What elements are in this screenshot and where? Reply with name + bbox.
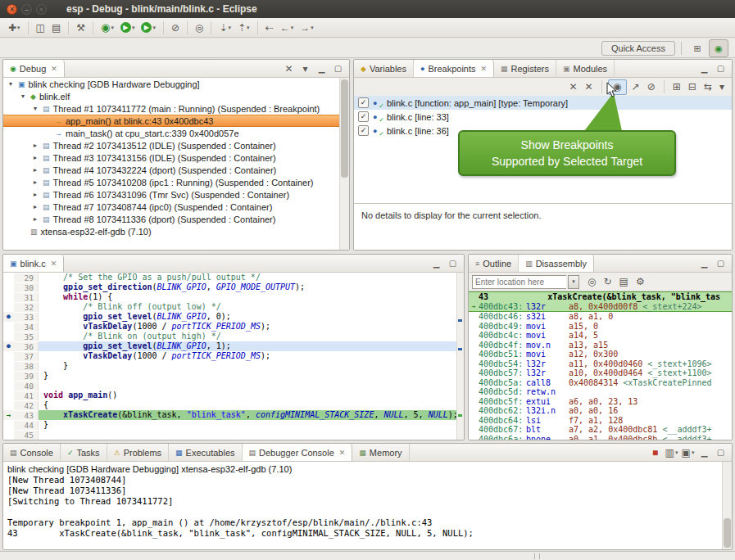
tab-debugger-console[interactable]: ▤Debugger Console✕: [243, 444, 353, 461]
link-with-debug-view-button[interactable]: ⇆: [701, 78, 715, 96]
console-body[interactable]: blink checking [GDB Hardware Debugging] …: [3, 462, 732, 549]
code-line[interactable]: 39}: [3, 371, 464, 381]
show-source-button[interactable]: ▤: [617, 273, 631, 291]
location-input[interactable]: [472, 275, 566, 289]
code-line[interactable]: 29 /* Set the GPIO as a push/pull output…: [3, 273, 464, 282]
skip-all-breakpoints-button[interactable]: ⊘: [169, 19, 182, 37]
tab-outline[interactable]: ≡Outline: [469, 255, 519, 272]
remove-all-terminated-button[interactable]: ✕: [281, 61, 297, 76]
breakpoint-marker-icon[interactable]: ●: [3, 312, 14, 322]
location-dropdown-icon[interactable]: ▾: [568, 275, 579, 289]
maximize-button[interactable]: ▢: [445, 255, 461, 271]
scrollbar-thumb[interactable]: [341, 79, 348, 178]
debug-tree-item[interactable]: ▸▤Thread #6 1073431096 (Tmr Svc) (Suspen…: [3, 188, 340, 201]
tab-executables[interactable]: ▦Executables: [169, 444, 242, 461]
collapse-icon[interactable]: ▾: [7, 80, 15, 88]
minimize-button[interactable]: ▁: [696, 61, 712, 76]
breakpoint-row[interactable]: ✓●✓blink.c [line: 33]: [354, 110, 732, 124]
quick-access-button[interactable]: Quick Access: [601, 41, 675, 56]
external-tools-button[interactable]: ▶▾: [138, 19, 158, 37]
collapse-all-button[interactable]: ⊟: [686, 78, 699, 96]
open-perspective-button[interactable]: ⊞: [687, 39, 707, 57]
tab-variables[interactable]: ◆Variables: [354, 60, 414, 77]
breakpoint-marker-icon[interactable]: ●: [3, 341, 14, 351]
code-line[interactable]: 34 vTaskDelay(1000 / portTICK_PERIOD_MS)…: [3, 322, 464, 332]
disassembly-line[interactable]: 400dbc5f:extuia6, a0, 23, 13: [469, 397, 732, 407]
code-line[interactable]: 40: [3, 381, 464, 391]
code-line[interactable]: ●33 gpio_set_level(BLINK_GPIO, 0);: [3, 312, 464, 322]
debug-tree-item[interactable]: ▸▤Thread #4 1073432224 (dport) (Suspende…: [3, 164, 340, 176]
minimize-button[interactable]: ▁: [429, 255, 444, 271]
tab-registers[interactable]: ▦Registers: [494, 60, 556, 77]
terminate-button[interactable]: ■: [647, 445, 663, 460]
sync-with-pc-button[interactable]: ◎: [585, 273, 598, 291]
current-line-overview-mark[interactable]: [458, 414, 462, 417]
debug-tree-item[interactable]: →main_task() at cpu_start.c:339 0x400d05…: [3, 127, 340, 139]
debug-tree-item[interactable]: ▸▤Thread #7 1073408744 (ipc0) (Suspended…: [3, 201, 340, 213]
code-line[interactable]: 44}: [3, 420, 464, 430]
expand-icon[interactable]: ▸: [31, 154, 39, 161]
expand-icon[interactable]: ▸: [31, 178, 39, 186]
debug-tree-item[interactable]: ▸▤Thread #2 1073413512 (IDLE) (Suspended…: [3, 139, 340, 151]
disassembly-line[interactable]: 400dbc62:l32i.na0, a0, 16: [469, 406, 732, 416]
close-icon[interactable]: ✕: [51, 65, 57, 73]
disassembly-line[interactable]: 400dbc49:movia15, 0: [469, 322, 732, 332]
forward-button[interactable]: →▾: [297, 19, 316, 37]
print-button[interactable]: ▤: [49, 19, 63, 37]
disassembly-line[interactable]: 400dbc4f:mov.na13, a15: [469, 341, 732, 350]
expand-icon[interactable]: ▸: [31, 142, 39, 149]
maximize-button[interactable]: ▢: [713, 255, 728, 271]
console-scrollbar[interactable]: [722, 462, 732, 549]
tab-blink-c[interactable]: ▣blink.c✕: [3, 255, 64, 272]
display-selected-console-button[interactable]: ▥▾: [664, 445, 679, 460]
code-line[interactable]: 30 gpio_set_direction(BLINK_GPIO, GPIO_M…: [3, 282, 464, 292]
disassembly-line[interactable]: 400dbc5a:call80x40084314 <xTaskCreatePin…: [469, 378, 732, 388]
debug-tree-item[interactable]: →app_main() at blink.c:43 0x400dbc43: [3, 115, 340, 127]
code-line[interactable]: 32 /* Blink off (output low) */: [3, 302, 464, 312]
next-annotation-button[interactable]: ⇣▾: [216, 19, 234, 37]
debug-button[interactable]: ◉▾: [98, 19, 116, 37]
expand-icon[interactable]: ▸: [31, 166, 39, 174]
go-to-file-for-breakpoint-button[interactable]: ↗: [629, 78, 642, 96]
debug-perspective-button[interactable]: ◉: [709, 39, 728, 57]
tab-modules[interactable]: ▣Modules: [556, 60, 615, 77]
run-button[interactable]: ▶▾: [118, 19, 138, 37]
build-all-button[interactable]: ⚒: [74, 19, 88, 37]
collapse-icon[interactable]: ▾: [31, 105, 39, 112]
disassembly-line[interactable]: 400dbc67:blta7, a2, 0x400dbc81 <__adddf3…: [469, 425, 732, 435]
debug-tree-item[interactable]: ▾▤Thread #1 1073411772 (main : Running) …: [3, 102, 340, 115]
search-button[interactable]: ◎: [193, 19, 206, 37]
expand-all-button[interactable]: ⊞: [670, 78, 683, 96]
breakpoint-checkbox[interactable]: ✓: [358, 125, 369, 136]
breakpoint-overview-mark[interactable]: [458, 348, 462, 350]
tab-breakpoints[interactable]: ●Breakpoints✕: [414, 60, 494, 77]
code-line[interactable]: 35 /* Blink on (output high) */: [3, 332, 464, 341]
breakpoint-checkbox[interactable]: ✓: [358, 97, 369, 108]
code-line[interactable]: 31 while(1) {: [3, 292, 464, 302]
expand-icon[interactable]: ▸: [31, 215, 39, 223]
code-line[interactable]: 42{: [3, 400, 464, 410]
disassembly-line[interactable]: 400dbc6a:bnonea0, a1, 0x400dbc8b <__addd…: [469, 435, 732, 440]
window-maximize-button[interactable]: ▫: [36, 4, 47, 15]
code-line[interactable]: 45: [3, 430, 464, 440]
open-console-button[interactable]: ▣▾: [680, 445, 696, 460]
collapse-icon[interactable]: ▾: [19, 93, 27, 100]
maximize-button[interactable]: ▢: [713, 445, 728, 460]
code-line[interactable]: 41void app_main(): [3, 391, 464, 400]
maximize-button[interactable]: ▢: [330, 61, 346, 76]
disassembly-listing[interactable]: 43 xTaskCreate(&blink_task, "blink_tas→4…: [469, 291, 732, 440]
breakpoint-row[interactable]: ✓●✓blink.c [function: app_main] [type: T…: [354, 96, 732, 110]
code-line[interactable]: →43 xTaskCreate(&blink_task, "blink_task…: [3, 410, 464, 420]
debug-tree-item[interactable]: ▥xtensa-esp32-elf-gdb (7.10): [3, 225, 340, 237]
minimize-button[interactable]: ▁: [314, 61, 329, 76]
debug-tree-item[interactable]: ▸▤Thread #3 1073413156 (IDLE) (Suspended…: [3, 151, 340, 164]
breakpoint-overview-mark[interactable]: [458, 319, 462, 322]
code-line[interactable]: ●36 gpio_set_level(BLINK_GPIO, 1);: [3, 341, 464, 351]
window-minimize-button[interactable]: –: [21, 4, 32, 15]
new-button[interactable]: ✚▾: [6, 19, 23, 37]
expand-icon[interactable]: ▸: [31, 203, 39, 210]
disassembly-line[interactable]: 400dbc46:s32ia8, a1, 0: [469, 312, 732, 322]
expand-icon[interactable]: ▸: [31, 191, 39, 198]
disassembly-settings-button[interactable]: ⚙: [633, 273, 647, 291]
previous-annotation-button[interactable]: ⇡▾: [235, 19, 252, 37]
